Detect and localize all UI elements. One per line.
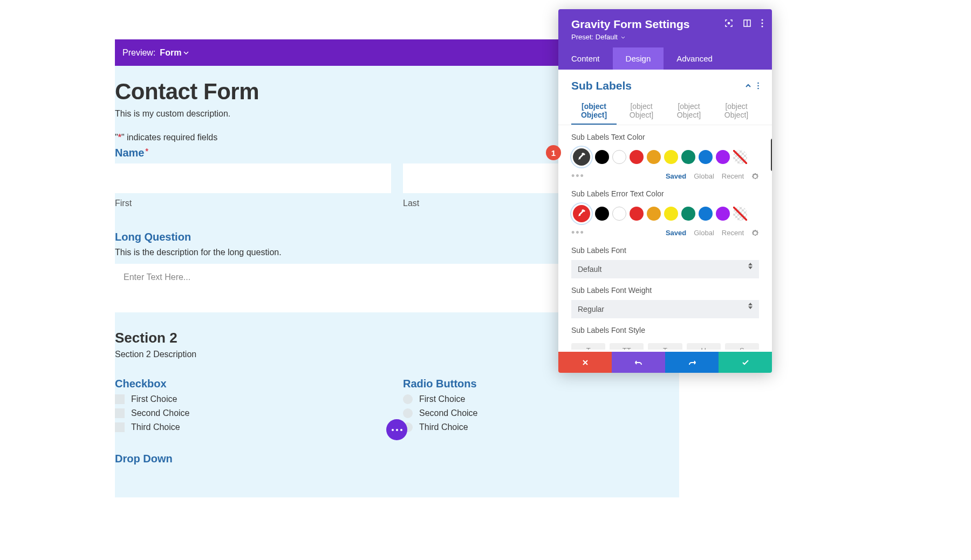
color-swatch[interactable]	[716, 207, 730, 221]
kebab-icon[interactable]	[757, 82, 759, 90]
font-select[interactable]: Default	[571, 260, 759, 278]
color-swatch[interactable]	[612, 207, 626, 221]
object-tabs: [object Object] [object Object] [object …	[558, 98, 772, 125]
radio-label: Radio Buttons	[403, 378, 679, 390]
tab-design[interactable]: Design	[613, 47, 664, 70]
chevron-up-icon[interactable]	[744, 82, 752, 90]
color-swatch[interactable]	[647, 207, 661, 221]
eyedropper-icon	[577, 209, 586, 218]
check-icon	[741, 358, 750, 367]
more-dots-icon[interactable]: •••	[571, 170, 585, 182]
color-swatch-none[interactable]	[733, 207, 747, 221]
section-header: Sub Labels	[558, 70, 772, 98]
style-pill[interactable]: T	[571, 343, 605, 350]
undo-icon	[634, 358, 643, 367]
style-pill[interactable]: U	[687, 343, 721, 350]
first-name-input[interactable]	[115, 163, 391, 193]
panel-tabs: Content Design Advanced	[558, 47, 772, 70]
recent-colors-tab[interactable]: Recent	[722, 172, 744, 180]
checkbox-icon	[115, 408, 125, 418]
eyedropper-icon	[577, 153, 586, 161]
color-swatch[interactable]	[664, 150, 678, 164]
radio-option[interactable]: Second Choice	[403, 408, 679, 418]
recent-colors-tab[interactable]: Recent	[722, 229, 744, 237]
color-swatch[interactable]	[664, 207, 678, 221]
style-pill[interactable]: T	[648, 343, 682, 350]
chevron-down-icon	[183, 50, 189, 56]
radio-option[interactable]: Third Choice	[403, 422, 679, 432]
style-pill[interactable]: S	[725, 343, 759, 350]
tab-content[interactable]: Content	[558, 47, 613, 70]
checkbox-icon	[115, 394, 125, 404]
panel-footer	[558, 352, 772, 373]
scrollbar[interactable]	[771, 139, 772, 171]
text-color-label: Sub Labels Text Color	[571, 133, 759, 141]
focus-icon[interactable]	[724, 19, 733, 28]
gear-icon[interactable]	[751, 229, 759, 237]
global-colors-tab[interactable]: Global	[694, 229, 714, 237]
radio-option[interactable]: First Choice	[403, 394, 679, 404]
color-swatch[interactable]	[716, 150, 730, 164]
svg-point-4	[762, 23, 763, 24]
close-icon	[582, 359, 589, 366]
saved-colors-tab[interactable]: Saved	[666, 172, 686, 180]
color-picker-button[interactable]	[571, 147, 592, 167]
svg-point-7	[757, 85, 759, 87]
saved-colors-tab[interactable]: Saved	[666, 229, 686, 237]
step-badge: 1	[546, 145, 561, 160]
color-swatch[interactable]	[630, 207, 644, 221]
layout-icon[interactable]	[743, 19, 751, 28]
object-tab[interactable]: [object Object]	[714, 98, 759, 125]
save-button[interactable]	[719, 352, 772, 373]
preset-dropdown[interactable]: Preset: Default	[571, 33, 761, 41]
preview-mode-dropdown[interactable]: Form	[160, 48, 189, 58]
checkbox-label: Checkbox	[115, 378, 391, 390]
color-swatch[interactable]	[612, 150, 626, 164]
fab-more-button[interactable]	[386, 419, 407, 440]
section-name[interactable]: Sub Labels	[571, 79, 632, 92]
color-swatch[interactable]	[699, 150, 713, 164]
object-tab[interactable]: [object Object]	[666, 98, 712, 125]
object-tab[interactable]: [object Object]	[571, 98, 617, 125]
checkbox-option[interactable]: Second Choice	[115, 408, 391, 418]
color-swatch-none[interactable]	[733, 150, 747, 164]
color-swatch[interactable]	[647, 150, 661, 164]
checkbox-option[interactable]: First Choice	[115, 394, 391, 404]
style-pill[interactable]: TT	[610, 343, 644, 350]
dropdown-label: Drop Down	[115, 453, 679, 465]
more-dots-icon[interactable]: •••	[571, 227, 585, 238]
first-name-sublabel: First	[115, 199, 391, 208]
svg-point-6	[757, 83, 759, 84]
svg-point-5	[762, 26, 763, 28]
checkbox-icon	[115, 422, 125, 432]
radio-icon	[403, 408, 413, 418]
radio-icon	[403, 394, 413, 404]
panel-header: Gravity Form Settings Preset: Default	[558, 9, 772, 47]
font-weight-select[interactable]: Regular	[571, 300, 759, 318]
preview-mode-value: Form	[160, 48, 181, 58]
redo-icon	[688, 358, 696, 367]
global-colors-tab[interactable]: Global	[694, 172, 714, 180]
color-swatch[interactable]	[630, 150, 644, 164]
object-tab[interactable]: [object Object]	[619, 98, 664, 125]
color-swatch[interactable]	[595, 150, 609, 164]
color-picker-button[interactable]	[571, 203, 592, 224]
font-label: Sub Labels Font	[571, 246, 759, 255]
color-swatch[interactable]	[681, 207, 695, 221]
font-style-pills: T TT T U S	[558, 343, 772, 350]
font-style-label: Sub Labels Font Style	[571, 326, 759, 334]
caret-down-icon	[621, 36, 625, 40]
cancel-button[interactable]	[558, 352, 612, 373]
color-swatch[interactable]	[681, 150, 695, 164]
kebab-icon[interactable]	[761, 19, 763, 28]
tab-advanced[interactable]: Advanced	[664, 47, 726, 70]
redo-button[interactable]	[665, 352, 719, 373]
undo-button[interactable]	[612, 352, 665, 373]
svg-point-0	[728, 23, 730, 24]
error-color-label: Sub Labels Error Text Color	[571, 189, 759, 198]
checkbox-option[interactable]: Third Choice	[115, 422, 391, 432]
gear-icon[interactable]	[751, 173, 759, 180]
color-swatch[interactable]	[595, 207, 609, 221]
preview-label: Preview:	[122, 48, 155, 58]
color-swatch[interactable]	[699, 207, 713, 221]
